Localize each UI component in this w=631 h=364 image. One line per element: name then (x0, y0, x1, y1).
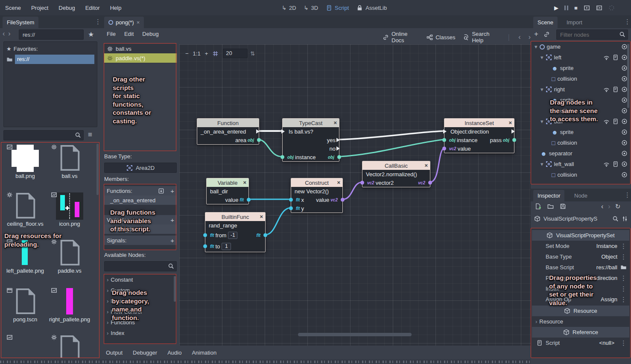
visibility-eye-icon[interactable] (621, 54, 628, 61)
available-nodes-search-input[interactable] (104, 261, 177, 271)
path-input[interactable] (19, 29, 84, 40)
attached-script-icon[interactable] (612, 161, 619, 167)
reference-section-header[interactable]: Reference (532, 327, 629, 338)
close-icon[interactable]: × (243, 178, 246, 187)
property-menu-icon[interactable]: ⋮ (620, 339, 627, 347)
zoom-reset-button[interactable]: 1:1 (193, 50, 201, 57)
dock-menu-icon[interactable]: ⋮ (95, 18, 101, 26)
play-custom-scene-button[interactable] (596, 5, 602, 11)
tree-row-collision[interactable]: □collision (531, 169, 630, 180)
play-scene-button[interactable] (584, 5, 590, 11)
filesystem-search-input[interactable] (3, 130, 84, 140)
signal-connection-icon[interactable] (603, 54, 610, 61)
vec2-in-port[interactable] (442, 147, 446, 151)
close-icon[interactable]: × (508, 119, 512, 127)
tab-node[interactable]: Node (570, 190, 592, 201)
graph-node-function[interactable]: Function _on_area_entered areaobj (197, 118, 259, 145)
obj-out-port[interactable] (257, 138, 261, 142)
seq-in-port[interactable] (443, 129, 449, 134)
visibility-eye-icon[interactable] (621, 108, 628, 114)
obj-out-port[interactable] (337, 155, 341, 159)
bottom-tab-audio[interactable]: Audio (167, 349, 181, 356)
seq-in-port[interactable] (281, 129, 287, 134)
snap-grid-icon[interactable] (212, 50, 219, 57)
tree-row-separator[interactable]: ☻separator (531, 148, 630, 159)
base-type-button[interactable]: Area2D (104, 163, 177, 173)
bottom-tab-animation[interactable]: Animation (192, 349, 216, 356)
obj-in-port[interactable] (442, 138, 446, 142)
tree-row-sprite[interactable]: ☻sprite (531, 127, 630, 137)
tree-row-left[interactable]: ▾left (531, 52, 630, 63)
bottom-tab-debugger[interactable]: Debugger (133, 349, 157, 356)
instance-scene-icon[interactable] (543, 31, 550, 38)
favorite-res-row[interactable]: res:// (4, 54, 97, 64)
file-item[interactable]: pong.tscn (4, 288, 47, 323)
file-item[interactable]: icon.png (48, 192, 91, 227)
property-menu-icon[interactable]: ⋮ (620, 274, 627, 282)
search-icon[interactable] (612, 215, 619, 222)
graph-node-callbasic[interactable]: CallBasic× Vector2.normalized() vc2vecto… (362, 161, 430, 187)
seq-out-port[interactable] (511, 129, 517, 134)
tab-import[interactable]: Import (562, 17, 587, 28)
script-menu-debug[interactable]: Debug (142, 31, 158, 37)
default-value-input[interactable]: -1 (228, 232, 237, 239)
visibility-eye-icon[interactable] (621, 172, 628, 178)
spinbox-updown-icon[interactable]: ⇅ (250, 50, 255, 57)
visibility-eye-icon[interactable] (621, 76, 628, 82)
filter-nodes-input[interactable] (556, 29, 628, 40)
vec2-out-port[interactable] (428, 181, 432, 185)
visibility-eye-icon[interactable] (621, 150, 628, 157)
float-in-port[interactable] (289, 207, 293, 210)
play-button[interactable]: ▶ (554, 5, 558, 11)
attached-script-icon[interactable] (612, 118, 619, 125)
script-item-ball[interactable]: ball.vs (104, 44, 177, 53)
category-constant[interactable]: ›Constant (104, 274, 177, 285)
tab-inspector[interactable]: Inspector (533, 190, 564, 201)
online-docs-button[interactable]: Online Docs (383, 31, 419, 44)
function-item[interactable]: _on_area_entered (104, 195, 177, 205)
float-out-port[interactable] (263, 233, 267, 237)
seq-out-port[interactable] (336, 146, 342, 151)
add-signal-icon[interactable]: + (170, 237, 174, 244)
visibility-eye-icon[interactable] (621, 86, 628, 93)
visibility-eye-icon[interactable] (621, 118, 628, 125)
scene-tree-scrollbar[interactable] (627, 44, 629, 108)
script-item-paddle[interactable]: paddle.vs(*) (104, 53, 177, 63)
history-forward-icon[interactable]: › (608, 203, 610, 210)
zoom-out-button[interactable]: − (185, 50, 189, 57)
visibility-eye-icon[interactable] (621, 97, 628, 103)
tree-row-collision[interactable]: □collision (531, 137, 630, 148)
nav-back-icon[interactable]: ‹ (3, 30, 5, 38)
file-item[interactable]: ball.png (4, 145, 47, 180)
visual-script-graph[interactable]: − 1:1 + 20 ⇅ Function _on_area_entered a… (179, 44, 531, 346)
folder-icon[interactable] (620, 264, 627, 271)
graph-node-variable[interactable]: Variable× ball_dir valueflt (206, 178, 249, 204)
property-row-base-script[interactable]: Base Scriptres://ball (531, 262, 630, 273)
signal-connection-icon[interactable] (603, 118, 610, 125)
menu-help[interactable]: Help (108, 5, 123, 11)
workspace-assetlib-button[interactable]: AssetLib (356, 5, 387, 11)
visibility-eye-icon[interactable] (621, 44, 628, 50)
list-view-toggle-icon[interactable]: ≡ (88, 131, 92, 139)
add-node-button[interactable]: + (534, 30, 538, 38)
property-menu-icon[interactable]: ⋮ (620, 285, 627, 293)
inspector-tools-icon[interactable] (622, 215, 628, 222)
override-function-icon[interactable] (158, 188, 164, 194)
signal-connection-icon[interactable] (603, 86, 610, 93)
zoom-in-button[interactable]: + (205, 50, 208, 57)
history-back-icon[interactable]: ‹ (601, 203, 603, 210)
classes-button[interactable]: Classes (427, 34, 455, 41)
close-icon[interactable]: × (137, 19, 140, 26)
default-value-input[interactable]: 1 (222, 243, 231, 250)
graph-node-typecast[interactable]: TypeCast× Is ball.vs? yes no objinstance… (282, 118, 339, 162)
tree-row-collision[interactable]: □collision (531, 73, 630, 84)
obj-in-port[interactable] (280, 155, 284, 159)
workspace-3d-button[interactable]: ↳3D (304, 5, 318, 11)
object-history-icon[interactable]: ↻ (615, 203, 621, 210)
vec2-out-port[interactable] (341, 198, 345, 202)
close-icon[interactable]: × (424, 161, 428, 170)
resource-section-header[interactable]: Resource (532, 306, 629, 316)
property-menu-icon[interactable]: ⋮ (620, 253, 627, 261)
search-help-button[interactable]: Search Help (463, 31, 500, 44)
signal-connection-icon[interactable] (603, 161, 610, 167)
